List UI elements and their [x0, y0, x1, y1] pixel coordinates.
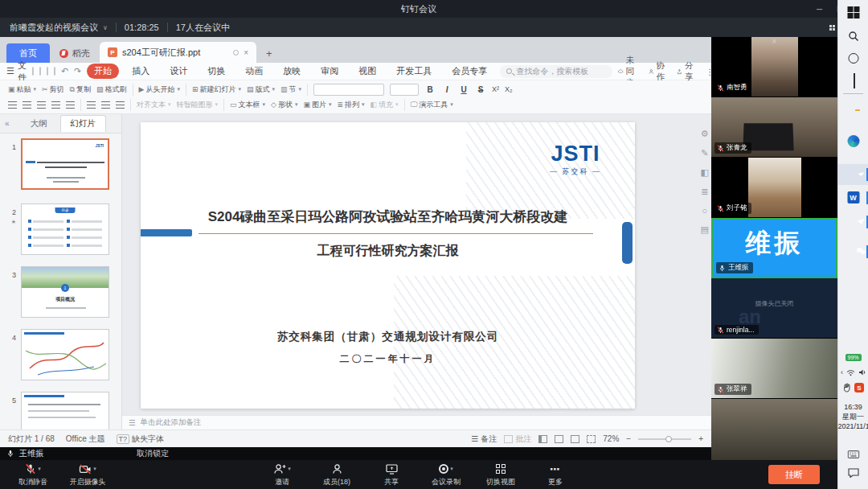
line-spacing-icon[interactable]	[66, 101, 75, 109]
meeting-title[interactable]: 前曦霞发起的视频会议	[10, 22, 98, 34]
zoom-slider-knob[interactable]	[665, 436, 672, 442]
participant-tile[interactable]: ∧ 南智勇	[711, 37, 837, 97]
ribbon-tab-devtools[interactable]: 开发工具	[389, 64, 439, 79]
ribbon-tab-transition[interactable]: 切换	[200, 64, 232, 79]
zoom-out-button[interactable]: −	[626, 434, 631, 443]
invite-button[interactable]: ▾ 邀请	[260, 462, 304, 487]
align-right-icon[interactable]	[37, 101, 46, 109]
italic-button[interactable]: I	[441, 85, 452, 94]
paste-button[interactable]: ▣粘贴	[8, 84, 36, 95]
play-from-start-button[interactable]: ▶从头开始	[139, 84, 180, 95]
print-icon[interactable]	[47, 67, 48, 76]
slide-thumbnail-5[interactable]	[21, 392, 109, 429]
indent-icon[interactable]	[116, 101, 125, 109]
slide-thumbnail-1[interactable]: JSTI	[21, 138, 109, 190]
help-icon[interactable]: ○	[701, 206, 709, 216]
tab-outline[interactable]: 大纲	[21, 116, 57, 132]
fill-button[interactable]: ◧填充	[371, 100, 399, 110]
sorter-view-icon[interactable]	[555, 435, 563, 443]
cut-button[interactable]: ✂剪切	[42, 84, 64, 95]
word-app-icon[interactable]: W	[847, 191, 859, 203]
font-size-select[interactable]	[390, 84, 419, 96]
file-menu[interactable]: ☰ 文件	[6, 60, 27, 84]
comments-toggle-button[interactable]: 批注	[504, 434, 531, 445]
camera-on-button[interactable]: ▾ 开启摄像头	[66, 462, 109, 487]
slide-thumbnail-3[interactable]: 1 项目概况	[21, 266, 109, 318]
slide-canvas[interactable]: JSTI — 苏交科 — S204碌曲至采日玛公路阿孜试验站至齐哈玛黄河大桥段改…	[141, 122, 635, 409]
edit-icon[interactable]: ✎	[701, 148, 709, 158]
camera-options-caret[interactable]: ▾	[93, 466, 96, 472]
start-button[interactable]	[847, 6, 859, 18]
smartart-button[interactable]: 转智能图形	[177, 100, 219, 110]
mic-options-caret[interactable]: ▾	[38, 466, 41, 472]
record-caret[interactable]: ▾	[450, 466, 453, 472]
ribbon-tab-view[interactable]: 视图	[351, 64, 383, 79]
scroll-up-icon[interactable]: ∧	[711, 37, 837, 45]
more-menu-icon[interactable]: ⋮	[706, 67, 711, 76]
reading-view-icon[interactable]	[571, 435, 579, 443]
notification-icon[interactable]	[848, 466, 859, 481]
share-button[interactable]: 分享	[677, 60, 696, 83]
align-text-button[interactable]: 对齐文本	[137, 100, 171, 110]
ribbon-tab-insert[interactable]: 插入	[125, 64, 157, 79]
command-search-input[interactable]: 查找命令，搜索模板	[500, 65, 612, 78]
zoom-in-button[interactable]: +	[698, 434, 703, 443]
members-button[interactable]: 成员(18)	[315, 462, 358, 487]
taskbar-clock[interactable]: 16:39 星期一 2021/11/1	[838, 402, 868, 431]
layout-button[interactable]: ▤版式	[247, 84, 275, 95]
invite-caret[interactable]: ▾	[288, 466, 291, 472]
ribbon-tab-review[interactable]: 审阅	[313, 64, 346, 79]
minimize-button[interactable]: ─	[817, 5, 822, 14]
subscript-button[interactable]: X₂	[505, 85, 513, 93]
participant-tile[interactable]: 刘子铭	[711, 158, 837, 218]
new-tab-button[interactable]: +	[256, 43, 282, 63]
ribbon-tab-start[interactable]: 开始	[87, 64, 119, 79]
bold-button[interactable]: B	[424, 85, 436, 94]
layout-panel-icon[interactable]: ▤	[701, 224, 709, 235]
slide-thumbnail-4[interactable]	[21, 329, 109, 380]
share-screen-button[interactable]: 共享	[370, 462, 413, 487]
justify-icon[interactable]	[51, 101, 60, 109]
shapes-button[interactable]: ◇形状	[271, 100, 297, 110]
strike-button[interactable]: S	[475, 85, 486, 94]
present-tools-button[interactable]: 🖵演示工具	[411, 100, 453, 110]
align-left-icon[interactable]	[8, 101, 17, 109]
normal-view-icon[interactable]	[538, 435, 547, 443]
font-name-select[interactable]	[313, 84, 384, 96]
tab-document[interactable]: P s204工可研汇报.ppt ×	[100, 42, 256, 63]
sogou-ime-icon[interactable]: S	[854, 383, 864, 392]
switch-view-button[interactable]: 切换视图	[479, 462, 522, 487]
more-button[interactable]: ⋯ 更多	[534, 462, 577, 487]
save-icon[interactable]	[32, 67, 34, 76]
redo-icon[interactable]: ↷	[74, 66, 81, 76]
section-button[interactable]: ▥节	[280, 84, 301, 95]
arrange-button[interactable]: ≣排列	[338, 100, 365, 110]
cortana-icon[interactable]	[848, 53, 858, 64]
chevron-down-icon[interactable]: ∨	[103, 24, 108, 31]
underline-button[interactable]: U	[458, 85, 469, 94]
touch-keyboard-icon[interactable]	[847, 447, 859, 462]
participant-tile[interactable]: 张青龙	[711, 97, 837, 158]
textbox-button[interactable]: ▭文本框	[230, 100, 265, 110]
volume-icon[interactable]	[858, 368, 866, 376]
new-slide-button[interactable]: ⊞新建幻灯片	[192, 84, 241, 95]
ribbon-tab-design[interactable]: 设计	[162, 64, 194, 79]
align-center-icon[interactable]	[23, 101, 31, 109]
tray-expand-icon[interactable]: ‹	[841, 368, 843, 376]
ribbon-tab-member[interactable]: 会员专享	[444, 64, 494, 79]
superscript-button[interactable]: X²	[492, 85, 499, 93]
theme-name[interactable]: Office 主题	[66, 434, 105, 445]
close-tab-icon[interactable]: ×	[244, 48, 248, 57]
picture-button[interactable]: ▣图片	[304, 100, 332, 110]
unmute-button[interactable]: ▾ 取消静音	[11, 462, 55, 487]
missing-font-warning[interactable]: T? 缺失字体	[117, 434, 165, 445]
wifi-icon[interactable]	[846, 369, 855, 376]
unlock-button[interactable]: 取消锁定	[137, 448, 169, 459]
list-panel-icon[interactable]: ≣	[701, 187, 709, 197]
record-button[interactable]: ▾ 会议录制	[424, 462, 468, 487]
format-painter-button[interactable]: ▨格式刷	[96, 84, 127, 95]
tab-slides[interactable]: 幻灯片	[60, 115, 107, 132]
collapse-panel-icon[interactable]: «	[5, 119, 10, 128]
task-view-icon[interactable]	[854, 73, 855, 88]
ribbon-tab-animation[interactable]: 动画	[238, 64, 270, 79]
